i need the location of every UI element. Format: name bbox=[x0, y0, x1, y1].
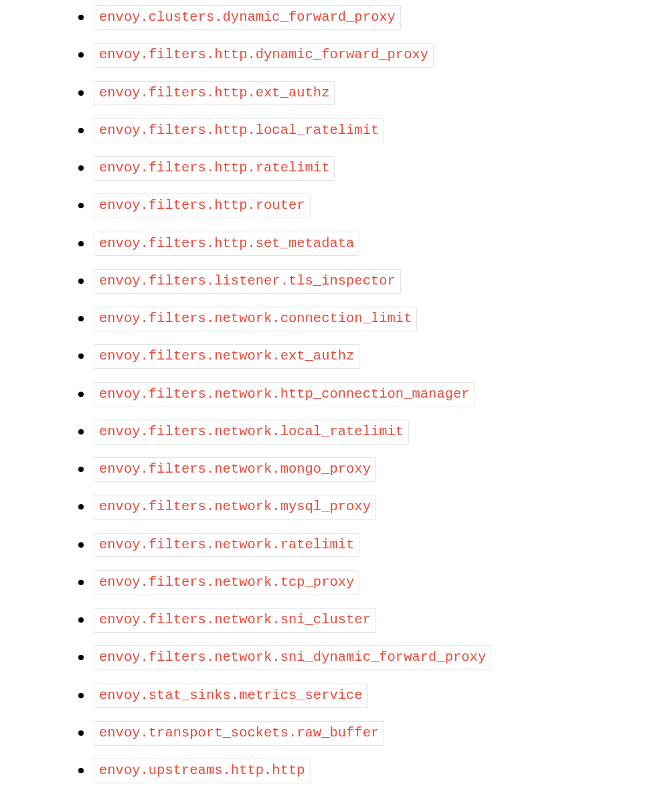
list-item: envoy.filters.network.ratelimit bbox=[64, 533, 672, 558]
list-item: envoy.filters.listener.tls_inspector bbox=[64, 269, 672, 294]
list-item: envoy.upstreams.http.http bbox=[64, 759, 672, 783]
list-item: envoy.filters.network.sni_dynamic_forwar… bbox=[64, 645, 672, 670]
list-item: envoy.filters.http.router bbox=[64, 193, 672, 218]
list-item: envoy.filters.http.dynamic_forward_proxy bbox=[64, 43, 672, 68]
extension-code: envoy.filters.http.ext_authz bbox=[94, 81, 335, 106]
extension-code: envoy.filters.network.connection_limit bbox=[94, 307, 417, 331]
extension-code: envoy.stat_sinks.metrics_service bbox=[94, 684, 368, 708]
extension-code: envoy.filters.network.mongo_proxy bbox=[94, 457, 376, 482]
extension-code: envoy.filters.http.router bbox=[94, 193, 311, 218]
list-item: envoy.filters.http.ext_authz bbox=[64, 81, 672, 106]
list-item: envoy.filters.network.local_ratelimit bbox=[64, 420, 672, 445]
list-item: envoy.filters.network.ext_authz bbox=[64, 344, 672, 369]
extension-code: envoy.filters.http.dynamic_forward_proxy bbox=[94, 43, 434, 68]
extension-code: envoy.filters.network.mysql_proxy bbox=[94, 495, 376, 520]
extension-code: envoy.transport_sockets.raw_buffer bbox=[94, 721, 384, 746]
extension-code: envoy.filters.network.ext_authz bbox=[94, 344, 359, 369]
extension-code: envoy.clusters.dynamic_forward_proxy bbox=[94, 5, 401, 30]
extension-code: envoy.filters.http.ratelimit bbox=[94, 156, 335, 181]
list-item: envoy.transport_sockets.raw_buffer bbox=[64, 721, 672, 746]
extension-code: envoy.filters.network.tcp_proxy bbox=[94, 570, 359, 595]
list-item: envoy.filters.network.mongo_proxy bbox=[64, 457, 672, 482]
extension-code: envoy.filters.network.http_connection_ma… bbox=[94, 382, 475, 407]
list-item: envoy.filters.network.http_connection_ma… bbox=[64, 382, 672, 407]
list-item: envoy.filters.network.connection_limit bbox=[64, 307, 672, 331]
list-item: envoy.filters.http.set_metadata bbox=[64, 232, 672, 256]
extension-code: envoy.filters.listener.tls_inspector bbox=[94, 269, 401, 294]
extension-code: envoy.filters.network.sni_cluster bbox=[94, 608, 376, 633]
list-item: envoy.filters.http.ratelimit bbox=[64, 156, 672, 181]
extension-code: envoy.upstreams.http.http bbox=[94, 759, 311, 783]
list-item: envoy.filters.network.sni_cluster bbox=[64, 608, 672, 633]
extension-code: envoy.filters.network.local_ratelimit bbox=[94, 420, 409, 445]
list-item: envoy.filters.network.tcp_proxy bbox=[64, 570, 672, 595]
list-item: envoy.clusters.dynamic_forward_proxy bbox=[64, 5, 672, 30]
list-item: envoy.filters.http.local_ratelimit bbox=[64, 119, 672, 143]
extension-code: envoy.filters.http.local_ratelimit bbox=[94, 119, 384, 143]
list-item: envoy.filters.network.mysql_proxy bbox=[64, 495, 672, 520]
list-item: envoy.stat_sinks.metrics_service bbox=[64, 684, 672, 708]
extension-list: envoy.clusters.dynamic_forward_proxy env… bbox=[0, 5, 672, 786]
extension-code: envoy.filters.network.sni_dynamic_forwar… bbox=[94, 645, 491, 670]
extension-code: envoy.filters.http.set_metadata bbox=[94, 232, 359, 256]
extension-code: envoy.filters.network.ratelimit bbox=[94, 533, 359, 558]
